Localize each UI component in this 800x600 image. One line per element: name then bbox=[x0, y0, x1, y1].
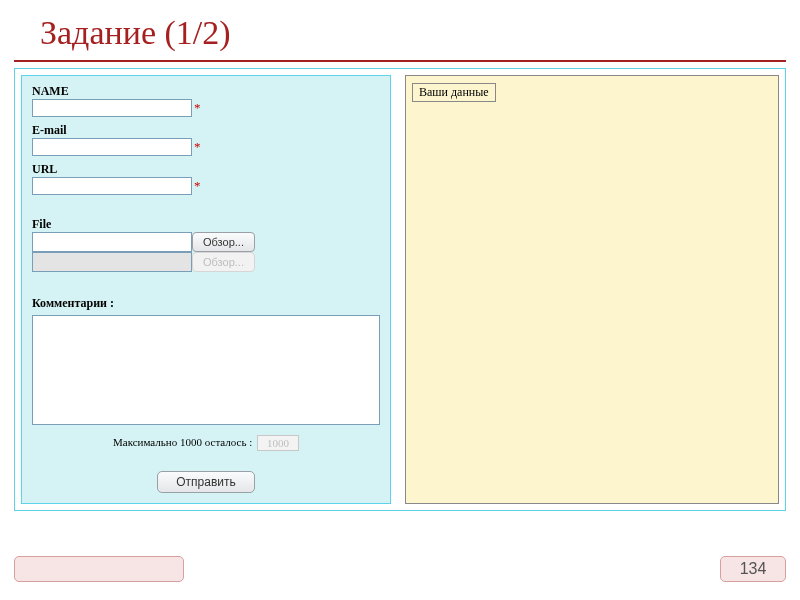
email-label: E-mail bbox=[32, 123, 380, 138]
url-required: * bbox=[194, 178, 201, 194]
email-required: * bbox=[194, 139, 201, 155]
page-number-badge: 134 bbox=[720, 556, 786, 582]
browse-button-1[interactable]: Обзор... bbox=[192, 232, 255, 252]
url-input[interactable] bbox=[32, 177, 192, 195]
comments-textarea[interactable] bbox=[32, 315, 380, 425]
main-container: NAME * E-mail * URL * File bbox=[14, 68, 786, 511]
browse-button-2: Обзор... bbox=[192, 252, 255, 272]
url-label: URL bbox=[32, 162, 380, 177]
page-title: Задание (1/2) bbox=[14, 0, 786, 62]
name-input[interactable] bbox=[32, 99, 192, 117]
submit-button[interactable]: Отправить bbox=[157, 471, 255, 493]
email-input[interactable] bbox=[32, 138, 192, 156]
counter-value: 1000 bbox=[257, 435, 299, 451]
counter-prefix: Максимально 1000 осталось : bbox=[113, 436, 252, 448]
name-label: NAME bbox=[32, 84, 380, 99]
comments-label: Комментарии : bbox=[32, 296, 380, 311]
file-label: File bbox=[32, 217, 380, 232]
file-path-2 bbox=[32, 252, 192, 272]
name-required: * bbox=[194, 100, 201, 116]
output-legend: Ваши данные bbox=[412, 83, 496, 102]
footer-bar bbox=[14, 556, 184, 582]
form-panel: NAME * E-mail * URL * File bbox=[21, 75, 391, 504]
counter-row: Максимально 1000 осталось : 1000 bbox=[32, 435, 380, 451]
file-path-1[interactable] bbox=[32, 232, 192, 252]
output-panel: Ваши данные bbox=[405, 75, 779, 504]
